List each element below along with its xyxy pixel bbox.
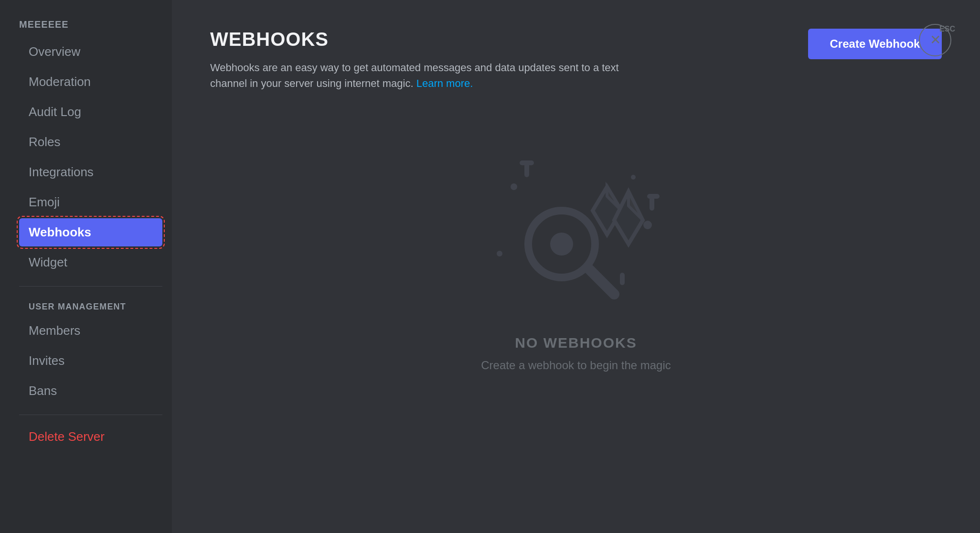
- empty-title: NO WEBHOOKS: [515, 335, 637, 351]
- sidebar-item-moderation[interactable]: Moderation: [19, 68, 162, 96]
- main-header: WEBHOOKS Webhooks are an easy way to get…: [210, 29, 942, 91]
- sidebar-item-emoji[interactable]: Emoji: [19, 188, 162, 216]
- svg-rect-8: [647, 194, 660, 199]
- empty-subtitle: Create a webhook to begin the magic: [481, 359, 671, 372]
- sidebar-divider-1: [19, 286, 162, 287]
- svg-point-0: [511, 183, 517, 190]
- svg-rect-6: [620, 273, 625, 285]
- sidebar-item-webhooks[interactable]: Webhooks: [19, 218, 162, 246]
- sidebar-section-label: MEEEEEE: [19, 19, 162, 30]
- page-description: Webhooks are an easy way to get automate…: [210, 60, 640, 91]
- sidebar-item-overview[interactable]: Overview: [19, 38, 162, 66]
- sidebar-item-invites[interactable]: Invites: [19, 347, 162, 375]
- svg-line-11: [588, 268, 614, 294]
- svg-point-1: [631, 175, 636, 180]
- close-icon: ✕: [930, 33, 941, 47]
- sidebar: MEEEEEE Overview Moderation Audit Log Ro…: [0, 0, 172, 533]
- sidebar-item-delete-server[interactable]: Delete Server: [19, 423, 162, 451]
- svg-rect-7: [520, 160, 534, 165]
- main-content: WEBHOOKS Webhooks are an easy way to get…: [172, 0, 980, 533]
- user-management-label: USER MANAGEMENT: [29, 302, 162, 312]
- sidebar-divider-2: [19, 415, 162, 415]
- learn-more-link[interactable]: Learn more.: [416, 77, 473, 89]
- webhook-illustration: [485, 149, 667, 311]
- sidebar-item-audit-log[interactable]: Audit Log: [19, 98, 162, 126]
- sidebar-item-roles[interactable]: Roles: [19, 128, 162, 156]
- svg-point-10: [550, 233, 573, 256]
- empty-state: NO WEBHOOKS Create a webhook to begin th…: [210, 120, 942, 401]
- sidebar-item-members[interactable]: Members: [19, 317, 162, 345]
- sidebar-item-integrations[interactable]: Integrations: [19, 158, 162, 186]
- page-title: WEBHOOKS: [210, 29, 640, 50]
- close-button[interactable]: ✕: [919, 24, 951, 56]
- main-header-text: WEBHOOKS Webhooks are an easy way to get…: [210, 29, 640, 91]
- sidebar-item-widget[interactable]: Widget: [19, 248, 162, 277]
- close-area: ✕ ESC: [939, 21, 955, 33]
- svg-point-3: [497, 251, 502, 256]
- svg-point-2: [643, 221, 652, 229]
- sidebar-item-bans[interactable]: Bans: [19, 377, 162, 405]
